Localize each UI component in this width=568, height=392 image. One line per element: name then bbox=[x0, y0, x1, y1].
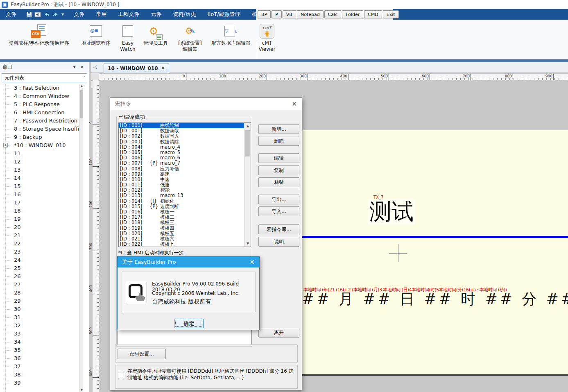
sidebar-scrollbar[interactable]: ▲ ▼ bbox=[79, 84, 83, 392]
tree-expander[interactable] bbox=[3, 110, 8, 115]
leave-button[interactable]: 离开 bbox=[258, 328, 299, 338]
tree-expander[interactable] bbox=[3, 290, 8, 295]
about-dialog-titlebar[interactable]: 关于 EasyBuilder Pro ✕ bbox=[118, 256, 259, 267]
tree-item[interactable]: 35 bbox=[0, 346, 83, 354]
tree-expander[interactable] bbox=[3, 127, 8, 131]
macro-library-button[interactable]: 宏指令库... bbox=[258, 224, 299, 234]
text-object[interactable]: 测试 bbox=[368, 199, 415, 224]
tool-administrator[interactable]: ⚙ 管理员工具 bbox=[139, 22, 172, 46]
close-icon[interactable]: ✕ bbox=[292, 100, 297, 108]
tree-expander[interactable] bbox=[3, 217, 8, 221]
menu-tab[interactable]: 资料/历史 bbox=[167, 9, 201, 20]
tree-expander[interactable] bbox=[3, 192, 8, 197]
tree-item[interactable]: 15 bbox=[0, 182, 83, 190]
tree-item[interactable]: 33 bbox=[0, 330, 83, 338]
tree-item[interactable]: + *10 : WINDOW_010 bbox=[0, 141, 83, 150]
tree-item[interactable]: 32 bbox=[0, 322, 83, 330]
menu-tab[interactable]: IIoT/能源管理 bbox=[202, 9, 246, 20]
copy-button[interactable]: 复制 bbox=[258, 165, 299, 175]
tree-expander[interactable] bbox=[3, 274, 8, 279]
tree-item[interactable]: 26 bbox=[0, 272, 83, 281]
address-format-checkbox[interactable] bbox=[119, 372, 124, 377]
tree-item[interactable]: 22 bbox=[0, 240, 83, 248]
tree-item[interactable]: 25 bbox=[0, 264, 83, 272]
tree-expander[interactable] bbox=[3, 233, 8, 238]
external-app-button[interactable]: VB bbox=[283, 10, 296, 18]
tree-item[interactable]: 34 bbox=[0, 338, 83, 346]
tree-expander[interactable] bbox=[3, 159, 8, 164]
tree-expander[interactable] bbox=[3, 168, 8, 172]
tree-item[interactable]: 38 bbox=[0, 371, 83, 379]
tree-expander[interactable] bbox=[3, 266, 8, 270]
panel-close-icon[interactable]: ✕ bbox=[78, 65, 86, 69]
macro-list-row[interactable]: [ID : 014] {I} 初始化 bbox=[119, 199, 251, 204]
tree-expander[interactable] bbox=[3, 323, 8, 328]
tree-expander[interactable] bbox=[3, 151, 8, 156]
tree-item[interactable]: 13 bbox=[0, 166, 83, 174]
window-tab[interactable]: 10 - WINDOW_010 ✕ bbox=[104, 63, 169, 73]
new-button[interactable]: 新增... bbox=[258, 124, 299, 134]
macro-list-row[interactable]: [ID : 002] 数据写入 bbox=[119, 134, 251, 139]
tool-datalog-converter[interactable]: CSV 资料取样/事件记录转换程序 bbox=[2, 22, 75, 46]
scroll-up-icon[interactable]: ▲ bbox=[244, 123, 251, 129]
tree-item[interactable]: 5 : PLC Response bbox=[0, 100, 83, 109]
tree-item[interactable]: 17 bbox=[0, 199, 83, 207]
tree-expander[interactable] bbox=[3, 184, 8, 188]
tree-expander[interactable] bbox=[3, 364, 8, 369]
tree-expander[interactable] bbox=[3, 208, 8, 213]
panel-dropdown-icon[interactable]: ▼ bbox=[70, 65, 78, 69]
external-app-button[interactable]: Folder bbox=[342, 10, 363, 18]
macro-list-row[interactable]: [ID : 020] 模板五 bbox=[119, 231, 251, 236]
menu-tab[interactable]: 工程文件 bbox=[112, 9, 145, 20]
redo-icon[interactable] bbox=[52, 12, 59, 17]
tree-expander[interactable] bbox=[3, 241, 8, 246]
tree-item[interactable]: 16 bbox=[0, 190, 83, 199]
scrollbar-thumb[interactable] bbox=[245, 130, 250, 156]
tool-cmt-viewer[interactable]: cmT cMT Viewer bbox=[254, 22, 280, 52]
external-app-button[interactable]: Notepad bbox=[297, 10, 324, 18]
tree-item[interactable]: 24 bbox=[0, 256, 83, 264]
tree-item[interactable]: 23 bbox=[0, 248, 83, 256]
tree-expander[interactable] bbox=[3, 135, 8, 139]
tree-item[interactable]: 19 bbox=[0, 215, 83, 223]
scroll-down-icon[interactable]: ▼ bbox=[244, 240, 251, 247]
tree-item[interactable]: 14 bbox=[0, 174, 83, 182]
tree-expander[interactable] bbox=[3, 258, 8, 262]
macro-list-row[interactable]: [ID : 018] 模板三 bbox=[119, 220, 251, 225]
macro-list-row[interactable]: [ID : 009] 高速 bbox=[119, 172, 251, 177]
tree-item[interactable]: 8 : Storage Space Insufficient bbox=[0, 125, 83, 133]
tab-scroll-left-icon[interactable]: ◁ bbox=[93, 64, 97, 70]
tree-item[interactable]: 39 bbox=[0, 379, 83, 387]
tree-expander[interactable] bbox=[3, 356, 8, 360]
undo-icon[interactable] bbox=[43, 12, 50, 17]
tool-recipe-db-editor[interactable]: ▽✎ 配方数据库编辑器 bbox=[208, 22, 254, 46]
compile-export-icon[interactable] bbox=[34, 12, 41, 17]
tree-expander[interactable] bbox=[3, 381, 8, 385]
delete-button[interactable]: 删除 bbox=[258, 136, 299, 146]
tool-address-viewer[interactable]: @≡ 地址浏览程序 bbox=[75, 22, 116, 46]
tree-item[interactable]: 9 : Backup bbox=[0, 133, 83, 141]
tree-expander[interactable] bbox=[3, 176, 8, 180]
tree-expander[interactable] bbox=[3, 102, 8, 106]
tree-item[interactable]: 12 bbox=[0, 158, 83, 166]
export-button[interactable]: 导出... bbox=[258, 195, 299, 204]
macro-list-row[interactable]: [ID : 004] macro_4 bbox=[119, 145, 251, 150]
tree-expander[interactable] bbox=[3, 348, 8, 352]
close-icon[interactable]: ✕ bbox=[249, 258, 255, 266]
help-button[interactable]: 说明 bbox=[258, 237, 299, 247]
tool-easy-watch[interactable]: Easy Watch bbox=[116, 22, 139, 52]
tree-item[interactable]: 27 bbox=[0, 281, 83, 289]
macro-dialog-titlebar[interactable]: 宏指令 ✕ bbox=[110, 98, 302, 110]
tree-expander[interactable] bbox=[3, 315, 8, 319]
tree-item[interactable]: 6 : HMI Connection bbox=[0, 109, 83, 117]
tree-item[interactable]: 36 bbox=[0, 354, 83, 363]
macro-list-row[interactable]: [ID : 019] 模板四 bbox=[119, 226, 251, 231]
macro-list[interactable]: [ID : 000] 曲线绘制 [ID : 001] 数据读取 [ID : 00… bbox=[118, 122, 251, 247]
tree-item[interactable]: 11 bbox=[0, 150, 83, 158]
tree-expander[interactable] bbox=[3, 331, 8, 336]
scroll-up-icon[interactable]: ▲ bbox=[80, 84, 84, 88]
tree-item[interactable]: 30 bbox=[0, 305, 83, 313]
tree-expander[interactable] bbox=[3, 372, 8, 377]
element-list-combobox[interactable]: 元件列表 ˅ bbox=[2, 73, 87, 82]
menu-tab[interactable]: 元件 bbox=[145, 9, 167, 20]
